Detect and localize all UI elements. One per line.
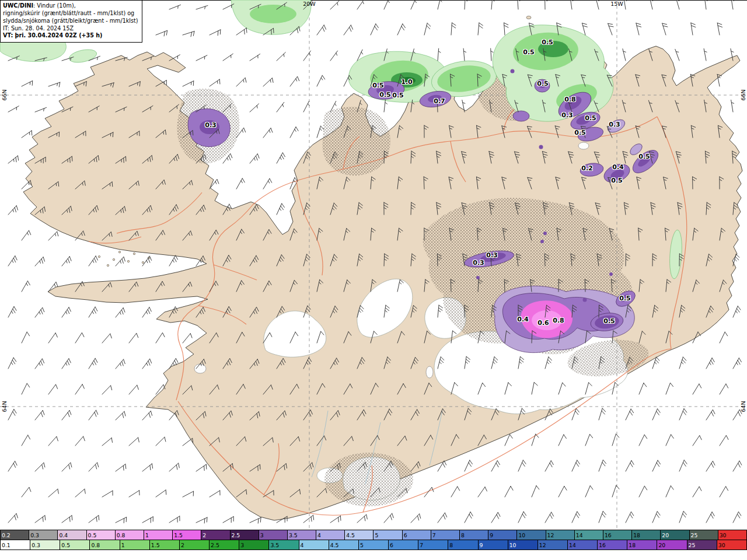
colorbar-segment: 18 [627, 540, 657, 550]
colorbar-value: 1.5 [174, 532, 183, 538]
colorbar-segment: 6 [389, 540, 418, 550]
lat-label-66n-right: 66N [740, 89, 746, 100]
colorbar-value: 9 [490, 532, 493, 538]
colorbar-segment: 3 [239, 540, 269, 550]
colorbar-value: 3.5 [270, 542, 279, 548]
colorbar-value: 8 [461, 532, 465, 538]
colorbar-segment: 1.5 [173, 530, 201, 540]
legend-rain-line: rigning/skúrir (grænt/blátt/rautt - mm/1… [3, 10, 138, 18]
colorbar-segment: 9 [488, 530, 517, 540]
colorbar-segment: 4 [316, 530, 345, 540]
model-subtitle: : Vindur (10m), [33, 2, 76, 9]
colorbar-value: 14 [576, 532, 583, 538]
colorbar-segment: 0.8 [90, 540, 120, 550]
colorbar-segment: 20 [661, 530, 689, 540]
init-time: IT: Sun. 28. 04. 2024 15Z [3, 25, 138, 33]
colorbar-value: 10 [518, 532, 525, 538]
colorbar-value: 2.5 [211, 542, 219, 548]
colorbar-segment: 30 [718, 530, 747, 540]
colorbar-segment: 7 [418, 540, 448, 550]
colorbar-segment: 0.4 [58, 530, 86, 540]
colorbar-segment: 0.5 [87, 530, 116, 540]
legend-sleet-line: slydda/snjókoma (grátt/bleikt/grænt - mm… [3, 18, 138, 25]
colorbar-value: 2.5 [232, 532, 240, 538]
colorbar-value: 6 [390, 542, 393, 548]
info-box: UWC/DINI: Vindur (10m), rigning/skúrir (… [0, 0, 142, 43]
colorbar-segment: 18 [632, 530, 661, 540]
colorbar-segment: 2.5 [231, 530, 259, 540]
colorbar-value: 0.2 [2, 532, 11, 538]
colorbar-value: 14 [569, 542, 576, 548]
colorbar-value: 0.3 [32, 542, 40, 548]
colorbar-value: 20 [658, 542, 665, 548]
colorbar-segment: 20 [657, 540, 687, 550]
colorbar-value: 16 [599, 542, 606, 548]
colorbar-value: 0.1 [2, 542, 11, 548]
colorbar-segment: 3.5 [288, 530, 316, 540]
lat-label-64n-left: 64N [1, 401, 8, 412]
colorbar-value: 0.5 [88, 532, 97, 538]
colorbar-segment: 7 [431, 530, 460, 540]
colorbar-segment: 1 [120, 540, 150, 550]
colorbar-value: 7 [432, 532, 436, 538]
colorbar-segment: 25 [687, 540, 717, 550]
colorbar-segment: 1 [144, 530, 173, 540]
colorbar-value: 2 [181, 542, 184, 548]
colorbar-value: 1 [145, 532, 149, 538]
colorbar-value: 18 [629, 542, 636, 548]
colorbar-segment: 0.3 [30, 540, 60, 550]
colorbar-segment: 8 [448, 540, 478, 550]
colorbar-value: 3 [260, 532, 264, 538]
colorbar-value: 7 [420, 542, 423, 548]
colorbar-value: 4.5 [330, 542, 339, 548]
colorbar-segment: 12 [538, 540, 568, 550]
colorbar-value: 4.5 [346, 532, 355, 538]
colorbar-segment: 2 [180, 540, 210, 550]
colorbar-value: 5 [375, 532, 378, 538]
colorbar-segment: 16 [598, 540, 627, 550]
colorbar-segment: 0.2 [1, 530, 29, 540]
colorbar-segment: 3 [259, 530, 288, 540]
colorbar-value: 30 [718, 542, 725, 548]
colorbar-segment: 25 [690, 530, 718, 540]
colorbar-segment: 4.5 [329, 540, 359, 550]
colorbar-value: 4 [301, 542, 304, 548]
colorbar-value: 5 [360, 542, 364, 548]
colorbar-legend: 0.20.30.40.50.811.522.533.544.5567891012… [0, 530, 747, 550]
colorbar-value: 2 [203, 532, 206, 538]
colorbar-segment: 1.5 [150, 540, 180, 550]
colorbar-value: 25 [689, 542, 696, 548]
colorbar-sleet-snow: 0.20.30.40.50.811.522.533.544.5567891012… [0, 530, 747, 540]
colorbar-segment: 0.1 [1, 540, 30, 550]
colorbar-segment: 9 [479, 540, 508, 550]
weather-map-svg [0, 0, 747, 530]
lon-label-15w: 15W [610, 1, 623, 7]
lat-label-66n-left: 66N [1, 89, 8, 100]
colorbar-segment: 12 [546, 530, 575, 540]
colorbar-value: 6 [404, 532, 407, 538]
colorbar-value: 16 [605, 532, 612, 538]
colorbar-value: 9 [480, 542, 483, 548]
colorbar-segment: 4.5 [345, 530, 374, 540]
colorbar-segment: 5 [374, 530, 402, 540]
colorbar-segment: 14 [568, 540, 598, 550]
colorbar-segment: 2 [201, 530, 230, 540]
lat-label-64n-right: 64N [740, 401, 746, 412]
lon-label-20w: 20W [303, 1, 315, 7]
colorbar-segment: 0.8 [116, 530, 144, 540]
colorbar-value: 0.8 [117, 532, 125, 538]
colorbar-segment: 0.5 [60, 540, 90, 550]
colorbar-segment: 4 [299, 540, 329, 550]
colorbar-segment: 5 [359, 540, 389, 550]
info-line-1: UWC/DINI: Vindur (10m), [3, 2, 138, 10]
colorbar-value: 18 [633, 532, 640, 538]
colorbar-value: 12 [539, 542, 546, 548]
colorbar-segment: 0.3 [29, 530, 58, 540]
colorbar-segment: 10 [517, 530, 546, 540]
colorbar-segment: 2.5 [210, 540, 239, 550]
colorbar-value: 20 [662, 532, 669, 538]
colorbar-value: 0.8 [91, 542, 100, 548]
colorbar-segment: 10 [508, 540, 538, 550]
grimsey-island [526, 16, 531, 19]
colorbar-segment: 30 [717, 540, 747, 550]
